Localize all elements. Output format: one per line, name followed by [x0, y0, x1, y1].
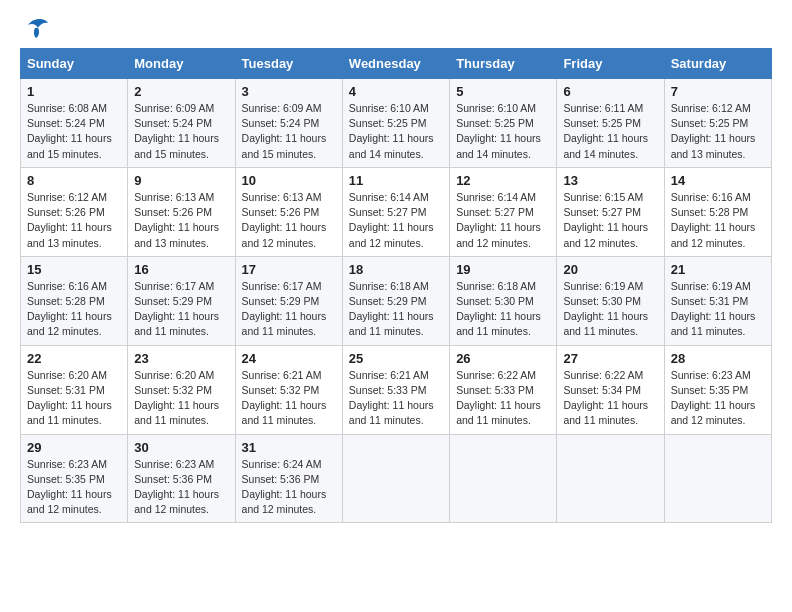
weekday-header-cell: Saturday	[664, 49, 771, 79]
weekday-header-cell: Sunday	[21, 49, 128, 79]
logo	[20, 16, 54, 40]
calendar-week-row: 22 Sunrise: 6:20 AM Sunset: 5:31 PM Dayl…	[21, 345, 772, 434]
calendar-day-cell: 31 Sunrise: 6:24 AM Sunset: 5:36 PM Dayl…	[235, 434, 342, 523]
calendar-day-cell: 29 Sunrise: 6:23 AM Sunset: 5:35 PM Dayl…	[21, 434, 128, 523]
day-number: 25	[349, 351, 443, 366]
header	[20, 16, 772, 40]
calendar-day-cell: 21 Sunrise: 6:19 AM Sunset: 5:31 PM Dayl…	[664, 256, 771, 345]
day-info: Sunrise: 6:23 AM Sunset: 5:35 PM Dayligh…	[671, 368, 765, 429]
day-info: Sunrise: 6:15 AM Sunset: 5:27 PM Dayligh…	[563, 190, 657, 251]
day-info: Sunrise: 6:09 AM Sunset: 5:24 PM Dayligh…	[242, 101, 336, 162]
day-number: 29	[27, 440, 121, 455]
day-number: 6	[563, 84, 657, 99]
day-number: 31	[242, 440, 336, 455]
day-info: Sunrise: 6:08 AM Sunset: 5:24 PM Dayligh…	[27, 101, 121, 162]
weekday-header-cell: Wednesday	[342, 49, 449, 79]
calendar-day-cell: 10 Sunrise: 6:13 AM Sunset: 5:26 PM Dayl…	[235, 167, 342, 256]
day-number: 27	[563, 351, 657, 366]
day-info: Sunrise: 6:19 AM Sunset: 5:31 PM Dayligh…	[671, 279, 765, 340]
calendar-day-cell: 15 Sunrise: 6:16 AM Sunset: 5:28 PM Dayl…	[21, 256, 128, 345]
calendar-day-cell: 1 Sunrise: 6:08 AM Sunset: 5:24 PM Dayli…	[21, 79, 128, 168]
calendar-day-cell: 24 Sunrise: 6:21 AM Sunset: 5:32 PM Dayl…	[235, 345, 342, 434]
day-info: Sunrise: 6:23 AM Sunset: 5:35 PM Dayligh…	[27, 457, 121, 518]
day-number: 9	[134, 173, 228, 188]
calendar-day-cell	[342, 434, 449, 523]
day-info: Sunrise: 6:14 AM Sunset: 5:27 PM Dayligh…	[349, 190, 443, 251]
day-info: Sunrise: 6:17 AM Sunset: 5:29 PM Dayligh…	[134, 279, 228, 340]
day-info: Sunrise: 6:09 AM Sunset: 5:24 PM Dayligh…	[134, 101, 228, 162]
calendar-body: 1 Sunrise: 6:08 AM Sunset: 5:24 PM Dayli…	[21, 79, 772, 523]
day-number: 8	[27, 173, 121, 188]
day-info: Sunrise: 6:13 AM Sunset: 5:26 PM Dayligh…	[134, 190, 228, 251]
calendar-day-cell: 17 Sunrise: 6:17 AM Sunset: 5:29 PM Dayl…	[235, 256, 342, 345]
day-number: 19	[456, 262, 550, 277]
calendar-day-cell: 3 Sunrise: 6:09 AM Sunset: 5:24 PM Dayli…	[235, 79, 342, 168]
calendar-day-cell: 22 Sunrise: 6:20 AM Sunset: 5:31 PM Dayl…	[21, 345, 128, 434]
day-number: 24	[242, 351, 336, 366]
calendar-day-cell: 26 Sunrise: 6:22 AM Sunset: 5:33 PM Dayl…	[450, 345, 557, 434]
calendar-day-cell: 25 Sunrise: 6:21 AM Sunset: 5:33 PM Dayl…	[342, 345, 449, 434]
day-number: 7	[671, 84, 765, 99]
day-info: Sunrise: 6:24 AM Sunset: 5:36 PM Dayligh…	[242, 457, 336, 518]
day-number: 4	[349, 84, 443, 99]
calendar-day-cell: 4 Sunrise: 6:10 AM Sunset: 5:25 PM Dayli…	[342, 79, 449, 168]
day-number: 14	[671, 173, 765, 188]
calendar-day-cell	[664, 434, 771, 523]
calendar-week-row: 29 Sunrise: 6:23 AM Sunset: 5:35 PM Dayl…	[21, 434, 772, 523]
weekday-header-cell: Thursday	[450, 49, 557, 79]
calendar-day-cell: 14 Sunrise: 6:16 AM Sunset: 5:28 PM Dayl…	[664, 167, 771, 256]
calendar-day-cell: 5 Sunrise: 6:10 AM Sunset: 5:25 PM Dayli…	[450, 79, 557, 168]
weekday-header-cell: Friday	[557, 49, 664, 79]
calendar-day-cell: 18 Sunrise: 6:18 AM Sunset: 5:29 PM Dayl…	[342, 256, 449, 345]
day-number: 12	[456, 173, 550, 188]
day-number: 20	[563, 262, 657, 277]
day-info: Sunrise: 6:22 AM Sunset: 5:33 PM Dayligh…	[456, 368, 550, 429]
calendar-day-cell: 30 Sunrise: 6:23 AM Sunset: 5:36 PM Dayl…	[128, 434, 235, 523]
day-number: 11	[349, 173, 443, 188]
calendar-day-cell: 19 Sunrise: 6:18 AM Sunset: 5:30 PM Dayl…	[450, 256, 557, 345]
calendar-day-cell: 23 Sunrise: 6:20 AM Sunset: 5:32 PM Dayl…	[128, 345, 235, 434]
day-info: Sunrise: 6:20 AM Sunset: 5:31 PM Dayligh…	[27, 368, 121, 429]
day-info: Sunrise: 6:10 AM Sunset: 5:25 PM Dayligh…	[349, 101, 443, 162]
weekday-header-cell: Monday	[128, 49, 235, 79]
day-number: 23	[134, 351, 228, 366]
calendar-week-row: 1 Sunrise: 6:08 AM Sunset: 5:24 PM Dayli…	[21, 79, 772, 168]
day-number: 21	[671, 262, 765, 277]
day-number: 1	[27, 84, 121, 99]
calendar-day-cell: 28 Sunrise: 6:23 AM Sunset: 5:35 PM Dayl…	[664, 345, 771, 434]
calendar-day-cell: 27 Sunrise: 6:22 AM Sunset: 5:34 PM Dayl…	[557, 345, 664, 434]
day-info: Sunrise: 6:18 AM Sunset: 5:29 PM Dayligh…	[349, 279, 443, 340]
day-info: Sunrise: 6:22 AM Sunset: 5:34 PM Dayligh…	[563, 368, 657, 429]
day-number: 28	[671, 351, 765, 366]
calendar-day-cell: 7 Sunrise: 6:12 AM Sunset: 5:25 PM Dayli…	[664, 79, 771, 168]
day-number: 10	[242, 173, 336, 188]
logo-bird-icon	[20, 16, 50, 40]
day-number: 13	[563, 173, 657, 188]
day-number: 2	[134, 84, 228, 99]
calendar-table: SundayMondayTuesdayWednesdayThursdayFrid…	[20, 48, 772, 523]
calendar-day-cell: 12 Sunrise: 6:14 AM Sunset: 5:27 PM Dayl…	[450, 167, 557, 256]
calendar-day-cell	[450, 434, 557, 523]
day-info: Sunrise: 6:19 AM Sunset: 5:30 PM Dayligh…	[563, 279, 657, 340]
calendar-week-row: 8 Sunrise: 6:12 AM Sunset: 5:26 PM Dayli…	[21, 167, 772, 256]
day-info: Sunrise: 6:21 AM Sunset: 5:33 PM Dayligh…	[349, 368, 443, 429]
calendar-day-cell: 16 Sunrise: 6:17 AM Sunset: 5:29 PM Dayl…	[128, 256, 235, 345]
day-info: Sunrise: 6:16 AM Sunset: 5:28 PM Dayligh…	[671, 190, 765, 251]
day-number: 17	[242, 262, 336, 277]
calendar-day-cell: 11 Sunrise: 6:14 AM Sunset: 5:27 PM Dayl…	[342, 167, 449, 256]
day-info: Sunrise: 6:11 AM Sunset: 5:25 PM Dayligh…	[563, 101, 657, 162]
calendar-day-cell: 13 Sunrise: 6:15 AM Sunset: 5:27 PM Dayl…	[557, 167, 664, 256]
calendar-day-cell: 8 Sunrise: 6:12 AM Sunset: 5:26 PM Dayli…	[21, 167, 128, 256]
day-number: 3	[242, 84, 336, 99]
day-info: Sunrise: 6:12 AM Sunset: 5:26 PM Dayligh…	[27, 190, 121, 251]
day-number: 22	[27, 351, 121, 366]
day-info: Sunrise: 6:12 AM Sunset: 5:25 PM Dayligh…	[671, 101, 765, 162]
day-info: Sunrise: 6:10 AM Sunset: 5:25 PM Dayligh…	[456, 101, 550, 162]
day-info: Sunrise: 6:13 AM Sunset: 5:26 PM Dayligh…	[242, 190, 336, 251]
day-info: Sunrise: 6:20 AM Sunset: 5:32 PM Dayligh…	[134, 368, 228, 429]
day-info: Sunrise: 6:23 AM Sunset: 5:36 PM Dayligh…	[134, 457, 228, 518]
weekday-header-cell: Tuesday	[235, 49, 342, 79]
day-info: Sunrise: 6:16 AM Sunset: 5:28 PM Dayligh…	[27, 279, 121, 340]
calendar-day-cell: 2 Sunrise: 6:09 AM Sunset: 5:24 PM Dayli…	[128, 79, 235, 168]
day-number: 26	[456, 351, 550, 366]
